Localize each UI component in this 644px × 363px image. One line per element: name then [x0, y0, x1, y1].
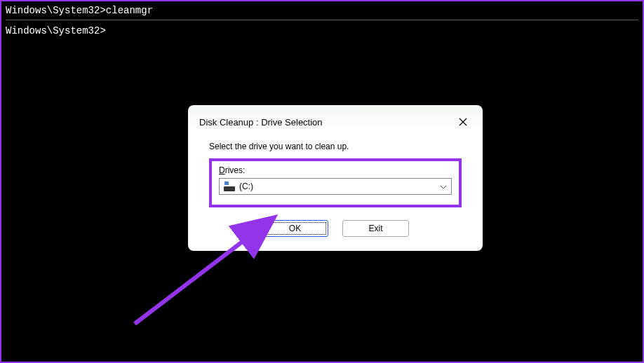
drives-highlight-box: Drives: (C:) — [209, 158, 462, 207]
dialog-body: Select the drive you want to clean up. D… — [188, 136, 483, 220]
instruction-text: Select the drive you want to clean up. — [209, 142, 462, 151]
close-button[interactable] — [455, 114, 471, 130]
selected-drive-text: (C:) — [239, 182, 440, 191]
exit-button[interactable]: Exit — [342, 220, 409, 237]
close-icon — [459, 118, 467, 126]
disk-cleanup-dialog: Disk Cleanup : Drive Selection Select th… — [188, 105, 483, 251]
ok-button[interactable]: OK — [262, 220, 328, 237]
terminal-prompt[interactable]: Windows\System32> — [6, 25, 638, 39]
terminal-separator — [6, 20, 638, 20]
dialog-header: Disk Cleanup : Drive Selection — [188, 105, 483, 136]
button-row: OK Exit — [188, 220, 483, 237]
terminal-line-1: Windows\System32>cleanmgr — [6, 4, 638, 18]
chevron-down-icon — [440, 183, 447, 191]
drives-label: Drives: — [219, 165, 452, 175]
drive-selector[interactable]: (C:) — [219, 178, 452, 195]
terminal-window: Windows\System32>cleanmgr Windows\System… — [1, 1, 643, 41]
drive-icon — [224, 182, 235, 191]
dialog-title: Disk Cleanup : Drive Selection — [199, 117, 323, 128]
